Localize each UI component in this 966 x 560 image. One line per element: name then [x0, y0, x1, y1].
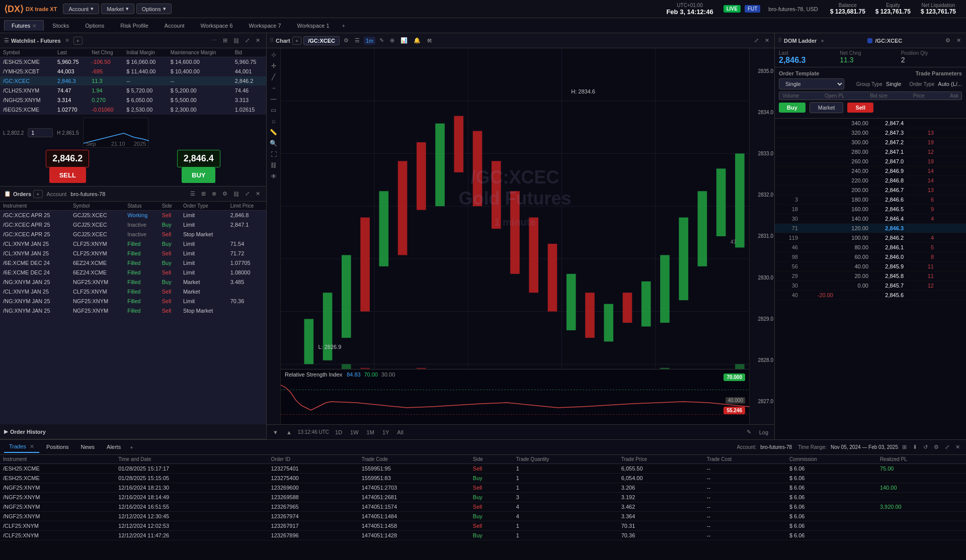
chart-line-btn[interactable]: ╱ [270, 72, 277, 81]
dom-row[interactable]: 30 0.00 2,845.7 12 [775, 281, 966, 291]
dom-row[interactable]: 300.00 2,847.2 19 [775, 138, 966, 147]
dom-row[interactable]: 320.00 2,847.3 13 [775, 128, 966, 138]
dom-row[interactable]: 18 160.00 2,846.5 9 [775, 205, 966, 214]
orders-pop-btn[interactable]: ⤢ [243, 190, 252, 198]
orders-filter-btn[interactable]: ⊞ [199, 190, 208, 198]
watchlist-row[interactable]: /ESH25:XCME 5,960.75 -106.50 $ 16,060.00… [0, 57, 266, 67]
orders-row[interactable]: /NG:XNYM JAN 25 NGF25:XNYM Filled Sell S… [0, 306, 266, 316]
watchlist-add-btn[interactable]: + [73, 37, 83, 45]
trades-tab-alerts[interactable]: Alerts [102, 442, 126, 453]
orders-settings-btn[interactable]: ⚙ [220, 190, 229, 198]
orders-row[interactable]: /CL:XNYM JAN 25 CLF25:XNYM Filled Buy Li… [0, 239, 266, 249]
dom-add-btn[interactable]: + [819, 37, 826, 45]
chart-settings-btn[interactable]: ☰ [353, 36, 362, 45]
dom-row[interactable]: 30 140.00 2,846.4 4 [775, 214, 966, 224]
dom-close-btn[interactable]: ✕ [954, 36, 963, 45]
dom-row[interactable]: 40 -20.00 2,845.6 [775, 291, 966, 300]
chart-log-btn[interactable]: Log [757, 428, 770, 436]
trades-row[interactable]: /ESH25:XCME 01/28/2025 15:15:05 12327540… [0, 474, 966, 483]
trades-row[interactable]: /NGF25:XNYM 12/16/2024 18:21:30 12326960… [0, 483, 966, 493]
chart-cursor-btn[interactable]: ⊹ [269, 50, 278, 59]
account-menu-btn[interactable]: Account ▾ [63, 4, 99, 14]
chart-zoom-in-btn[interactable]: 🔍 [268, 139, 279, 148]
chart-tf-1y[interactable]: 1Y [380, 428, 391, 436]
orders-close-btn[interactable]: ✕ [254, 190, 262, 198]
chart-draw-btn[interactable]: ✎ [377, 36, 386, 45]
market-menu-btn[interactable]: Market ▾ [101, 4, 134, 14]
watchlist-row[interactable]: /GC:XCEC 2,846.3 11.3 -- -- 2,846.2 [0, 76, 266, 86]
dom-table[interactable]: 340.00 2,847.4 320.00 2,847.3 13 300.00 … [775, 119, 966, 439]
add-workspace-btn[interactable]: + [338, 22, 349, 30]
orders-row[interactable]: /6E:XCME DEC 24 6EZ24:XCME Filled Buy Li… [0, 258, 266, 268]
dom-sell-btn[interactable]: Sell [847, 103, 873, 113]
chart-tf-1m[interactable]: 1M [365, 428, 376, 436]
chart-options-btn[interactable]: ⚙ [342, 36, 351, 45]
trades-download-btn[interactable]: ⬇ [911, 443, 919, 451]
trades-row[interactable]: /NGF25:XNYM 12/16/2024 18:14:49 12326958… [0, 493, 966, 502]
trades-refresh-btn[interactable]: ↺ [921, 443, 930, 451]
dom-row[interactable]: 3 180.00 2,846.6 6 [775, 195, 966, 205]
watchlist-close-btn[interactable]: ✕ [63, 36, 71, 45]
watchlist-close2-btn[interactable]: ✕ [254, 36, 262, 45]
chart-hline-btn[interactable]: — [269, 95, 279, 104]
chart-alert-btn[interactable]: 🔔 [412, 36, 423, 45]
qty-input[interactable] [28, 128, 53, 137]
dom-row[interactable]: 340.00 2,847.4 [775, 119, 966, 128]
chart-tf-1d[interactable]: 1D [333, 428, 344, 436]
trades-tab-trades[interactable]: Trades ✕ [4, 441, 39, 453]
dom-row[interactable]: 46 80.00 2,846.1 5 [775, 243, 966, 252]
chart-pop-btn[interactable]: ⤢ [752, 36, 761, 45]
chart-draw-down-btn[interactable]: ▼ [271, 428, 280, 436]
chart-draw-up-btn[interactable]: ▲ [284, 428, 294, 436]
orders-row[interactable]: /6E:XCME DEC 24 6EZ24:XCME Filled Sell L… [0, 268, 266, 277]
nav-tab-account[interactable]: Account [157, 20, 192, 31]
nav-tab-ws6[interactable]: Workspace 6 [193, 20, 240, 31]
watchlist-menu-btn[interactable]: ⋯ [209, 36, 219, 45]
options-menu-btn[interactable]: Options ▾ [136, 4, 172, 14]
dom-row[interactable]: 280.00 2,847.1 12 [775, 147, 966, 157]
trades-tab-close[interactable]: ✕ [30, 443, 34, 449]
chart-ray-btn[interactable]: → [269, 83, 279, 92]
watchlist-row[interactable]: /NGH25:XNYM 3.314 0.270 $ 6,050.00 $ 5,5… [0, 96, 266, 105]
buy-button[interactable]: BUY [182, 167, 215, 183]
nav-tab-options[interactable]: Options [77, 20, 112, 31]
dom-row[interactable]: 98 60.00 2,846.0 8 [775, 252, 966, 262]
orders-cancel-btn[interactable]: ⊗ [210, 190, 218, 198]
chart-close-btn[interactable]: ✕ [763, 36, 771, 45]
chart-zoom-out-btn[interactable]: ⛶ [269, 150, 279, 159]
futures-close-icon[interactable]: ✕ [32, 23, 36, 29]
chart-fib-btn[interactable]: ⌂ [270, 117, 277, 126]
order-history-header[interactable]: ▶ Order History [0, 424, 266, 439]
orders-list-btn[interactable]: ☰ [188, 190, 197, 198]
dom-row[interactable]: 119 100.00 2,846.2 4 [775, 233, 966, 243]
trades-add-btn[interactable]: + [128, 443, 135, 451]
watchlist-row[interactable]: /YMH25:XCBT 44,003 -695 $ 11,440.00 $ 10… [0, 67, 266, 76]
chart-add-btn[interactable]: + [292, 37, 301, 45]
dom-row[interactable]: 200.00 2,846.7 13 [775, 185, 966, 195]
chart-cross-btn[interactable]: ⊕ [388, 36, 396, 45]
dom-row[interactable]: 240.00 2,846.9 14 [775, 166, 966, 176]
dom-row[interactable]: 260.00 2,847.0 19 [775, 157, 966, 166]
nav-tab-ws1[interactable]: Workspace 1 [290, 20, 337, 31]
orders-table-wrap[interactable]: Instrument Symbol Status Side Order Type… [0, 202, 266, 424]
chart-eye-btn[interactable]: 👁 [269, 172, 279, 181]
dom-row[interactable]: 71 120.00 2,846.3 [775, 224, 966, 233]
chart-timeframe-1m[interactable]: 1m [364, 37, 375, 45]
orders-row[interactable]: /NG:XNYM JAN 25 NGF25:XNYM Filled Sell L… [0, 297, 266, 306]
nav-tab-stocks[interactable]: Stocks [45, 20, 76, 31]
watchlist-table-wrap[interactable]: Symbol Last Net Chng Initial Margin Main… [0, 48, 266, 115]
watchlist-link-btn[interactable]: ⛓ [231, 37, 241, 45]
trades-filter-btn[interactable]: ⊞ [900, 443, 909, 451]
orders-row[interactable]: /GC:XCEC APR 25 GCJ25:XCEC Working Sell … [0, 211, 266, 220]
dom-buy-btn[interactable]: Buy [779, 103, 806, 113]
trades-table-wrap[interactable]: Instrument Time and Date Order ID Trade … [0, 455, 966, 560]
chart-link2-btn[interactable]: ⛓ [269, 161, 279, 170]
trades-tab-news[interactable]: News [76, 442, 100, 453]
trades-settings-btn[interactable]: ⚙ [932, 443, 941, 451]
watchlist-row[interactable]: /CLH25:XNYM 74.47 1.94 $ 5,720.00 $ 5,20… [0, 86, 266, 96]
dom-settings-btn[interactable]: ⚙ [943, 36, 952, 45]
dom-market-btn[interactable]: Market [810, 102, 844, 113]
orders-row[interactable]: /NG:XNYM JAN 25 NGF25:XNYM Filled Buy Ma… [0, 277, 266, 287]
chart-crosshair-btn[interactable]: ✛ [269, 61, 278, 70]
sell-button[interactable]: SELL [49, 167, 86, 183]
